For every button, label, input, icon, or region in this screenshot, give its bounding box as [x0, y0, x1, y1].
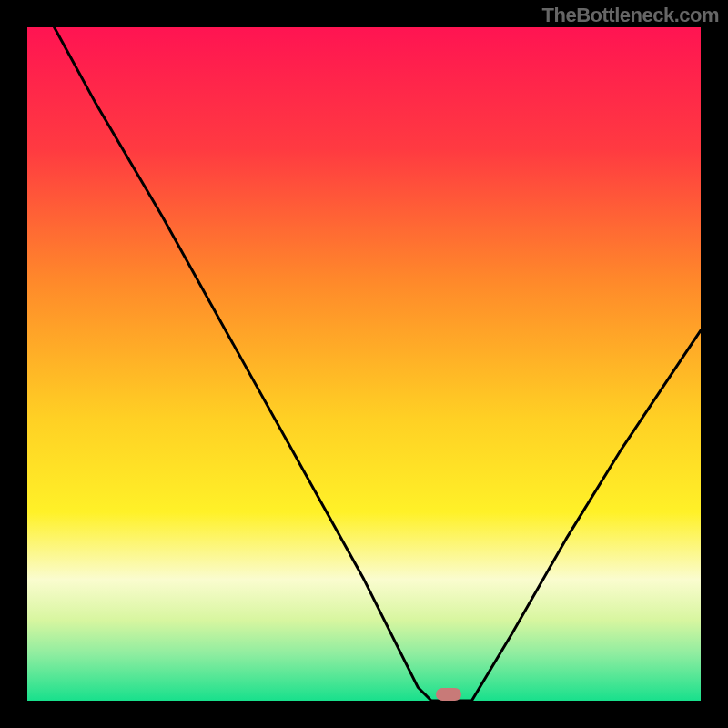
- optimal-marker: [436, 688, 461, 701]
- bottleneck-curve: [27, 27, 701, 701]
- chart-container: TheBottleneck.com: [0, 0, 728, 728]
- attribution-label: TheBottleneck.com: [542, 4, 719, 27]
- plot-area: [27, 27, 701, 701]
- curve-path: [55, 27, 701, 701]
